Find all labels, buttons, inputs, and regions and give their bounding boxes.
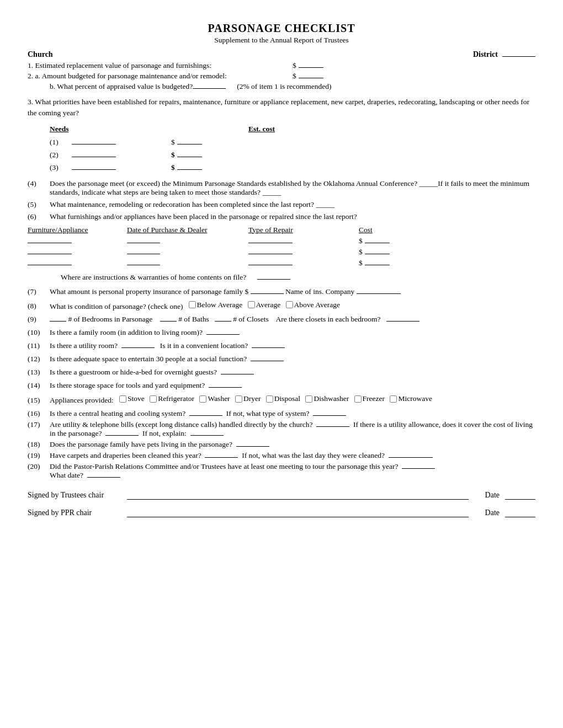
- item-2b: b. What percent of appraised value is bu…: [50, 82, 535, 91]
- q16-blank1: [189, 415, 222, 416]
- district-blank: [502, 56, 535, 57]
- q13-section: (13) Is there a guestroom or hide-a-bed …: [28, 368, 535, 377]
- q8-section: (8) What is condition of parsonage? (che…: [28, 301, 535, 311]
- q14-text: Is there storage space for tools and yar…: [50, 381, 535, 390]
- q8-above-average[interactable]: Above Average: [286, 301, 340, 309]
- q15-stove[interactable]: Stove: [119, 394, 145, 403]
- q18-num: (18): [28, 440, 50, 449]
- frow3-dp: [127, 265, 160, 265]
- q7-num: (7): [28, 287, 50, 296]
- q11-num: (11): [28, 341, 50, 350]
- q18-blank: [236, 446, 269, 447]
- q9-closets: [215, 321, 231, 322]
- q20-text: Did the Pastor-Parish Relations Committe…: [50, 462, 535, 480]
- q15-disposal[interactable]: Disposal: [266, 394, 300, 403]
- cost-blank-1: [177, 144, 202, 144]
- q17-blank1: [316, 426, 349, 427]
- q15-section: (15) Appliances provided: Stove Refriger…: [28, 394, 535, 405]
- sig-ppr-label: Signed by PPR chair: [28, 508, 127, 517]
- q8-below-average[interactable]: Below Average: [189, 301, 243, 309]
- needs-col-label: Needs: [50, 124, 248, 135]
- needs-row-2: (2) $: [50, 149, 535, 160]
- item-2b-note: (2% of item 1 is recommended): [237, 82, 331, 91]
- q15-dryer[interactable]: Dryer: [235, 394, 261, 403]
- sig-ppr-date-line: [505, 517, 535, 517]
- q9-closets-yn: [386, 321, 419, 322]
- q15-microwave[interactable]: Microwave: [390, 394, 432, 403]
- q11-text: Is there a utility room? Is it in a conv…: [50, 341, 535, 350]
- q15-text: Appliances provided: Stove Refrigerator …: [50, 394, 535, 405]
- q5-num: (5): [28, 200, 50, 209]
- warranty-blank: [257, 279, 290, 280]
- q9-baths: [160, 321, 177, 322]
- frow3-fa: [28, 265, 72, 265]
- q12-section: (12) Is there adequate space to entertai…: [28, 355, 535, 363]
- item-1: 1. Estimated replacement value of parson…: [28, 61, 535, 70]
- signature-section: Signed by Trustees chair Date Signed by …: [28, 491, 535, 517]
- frow2-co: [365, 254, 390, 254]
- q11-blank1: [121, 347, 155, 348]
- q17-text: Are utility & telephone bills (except lo…: [50, 420, 535, 438]
- q20-blank1: [402, 468, 435, 469]
- q5-text: What maintenance, remodeling or redecora…: [50, 200, 535, 209]
- q19-num: (19): [28, 451, 50, 460]
- needs-table: Needs Est. cost (1) $ (2) $ (3) $: [50, 124, 535, 174]
- q10-text: Is there a family room (in addition to l…: [50, 328, 535, 337]
- item-2b-right: (2% of item 1 is recommended): [193, 82, 331, 91]
- subtitle: Supplement to the Annual Report of Trust…: [28, 36, 535, 45]
- q15-dishwasher[interactable]: Dishwasher: [305, 394, 349, 403]
- q3-section: 3. What priorities have been established…: [28, 97, 535, 174]
- frow3-co: [365, 265, 390, 265]
- q10-section: (10) Is there a family room (in addition…: [28, 328, 535, 337]
- q15-freezer[interactable]: Freezer: [354, 394, 385, 403]
- cost-blank-3: [177, 169, 202, 170]
- q9-text: # of Bedrooms in Parsonage # of Baths # …: [50, 315, 535, 324]
- est-cost-col-label: Est. cost: [248, 124, 275, 135]
- q15-refrigerator[interactable]: Refrigerator: [150, 394, 194, 403]
- cost-blank-2: [177, 157, 202, 157]
- needs-blank-2: [72, 157, 116, 157]
- q11-blank2: [252, 347, 285, 348]
- q4-num: (4): [28, 179, 50, 188]
- q8-text: What is condition of parsonage? (check o…: [50, 301, 535, 311]
- q16-section: (16) Is there a central heating and cool…: [28, 409, 535, 418]
- warranty-text: Where are instructions & warranties of h…: [61, 273, 246, 282]
- sig-ppr-line: [127, 517, 469, 517]
- q4-text: Does the parsonage meet (or exceed) the …: [50, 179, 535, 197]
- q17-section: (17) Are utility & telephone bills (exce…: [28, 420, 535, 438]
- q9-section: (9) # of Bedrooms in Parsonage # of Bath…: [28, 315, 535, 324]
- item-2a: 2. a. Amount budgeted for parsonage main…: [28, 72, 535, 81]
- sig-ppr-date-label: Date: [485, 508, 500, 517]
- item-2a-label: 2. a. Amount budgeted for parsonage main…: [28, 72, 293, 81]
- q19-blank1: [205, 457, 238, 458]
- needs-blank-3: [72, 169, 116, 170]
- q19-blank2: [389, 457, 433, 458]
- col-cost: Cost: [359, 226, 403, 234]
- district-label: District: [473, 50, 498, 59]
- q10-num: (10): [28, 328, 50, 337]
- needs-blank-1: [72, 144, 116, 144]
- item-1-blank: [299, 67, 323, 68]
- q5-section: (5) What maintenance, remodeling or rede…: [28, 200, 535, 209]
- q9-num: (9): [28, 315, 50, 324]
- q16-num: (16): [28, 409, 50, 418]
- q7-section: (7) What amount is personal property ins…: [28, 287, 535, 296]
- q7-blank-amount: [251, 293, 284, 294]
- q15-washer[interactable]: Washer: [199, 394, 230, 403]
- q17-blank3: [190, 435, 224, 436]
- q17-blank2: [105, 435, 139, 436]
- q12-blank: [251, 361, 284, 361]
- needs-row-1: (1) $: [50, 137, 535, 148]
- q6-text: What furnishings and/or appliances have …: [50, 212, 535, 221]
- church-district-header: Church District: [28, 50, 535, 59]
- q19-section: (19) Have carpets and draperies been cle…: [28, 451, 535, 460]
- q10-blank: [206, 334, 240, 335]
- frow3-tr: [248, 265, 293, 265]
- frow1-dp: [127, 243, 160, 243]
- item-2a-value: $: [293, 72, 323, 81]
- q13-blank: [221, 374, 254, 374]
- q19-text: Have carpets and draperies been cleaned …: [50, 451, 535, 460]
- sig-trustees-date-line: [505, 499, 535, 500]
- q8-average[interactable]: Average: [248, 301, 281, 309]
- item-1-label: 1. Estimated replacement value of parson…: [28, 61, 293, 70]
